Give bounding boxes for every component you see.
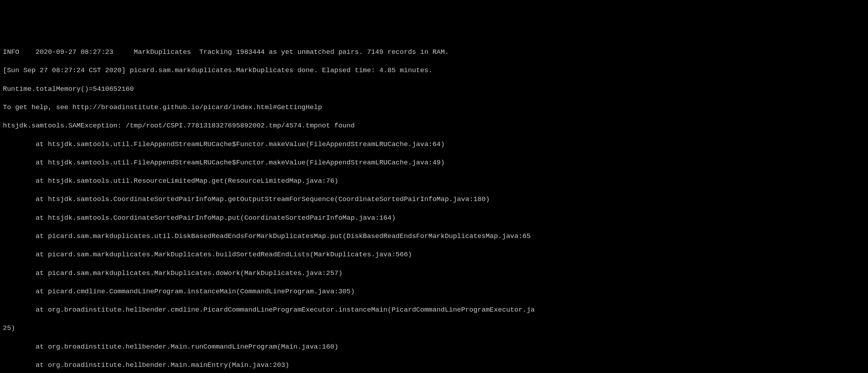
log-line-stack: at htsjdk.samtools.CoordinateSortedPairI… bbox=[3, 214, 865, 223]
log-line-stack: at org.broadinstitute.hellbender.Main.ma… bbox=[3, 361, 865, 370]
log-line-stack: at htsjdk.samtools.CoordinateSortedPairI… bbox=[3, 195, 865, 204]
log-line-stack-cont: 25) bbox=[3, 324, 865, 333]
log-line-help: To get help, see http://broadinstitute.g… bbox=[3, 103, 865, 112]
log-line-stack: at picard.cmdline.CommandLineProgram.ins… bbox=[3, 287, 865, 297]
log-line-memory: Runtime.totalMemory()=5410652160 bbox=[3, 85, 865, 94]
log-line-stack: at org.broadinstitute.hellbender.Main.ru… bbox=[3, 342, 865, 352]
log-line-info: INFO 2020-09-27 08:27:23 MarkDuplicates … bbox=[3, 48, 865, 57]
log-line-stack: at picard.sam.markduplicates.MarkDuplica… bbox=[3, 250, 865, 260]
log-line-stack: at htsjdk.samtools.util.FileAppendStream… bbox=[3, 140, 865, 149]
log-line-stack: at picard.sam.markduplicates.MarkDuplica… bbox=[3, 269, 865, 278]
log-line-stack: at picard.sam.markduplicates.util.DiskBa… bbox=[3, 232, 865, 241]
log-line-timestamp: [Sun Sep 27 08:27:24 CST 2020] picard.sa… bbox=[3, 66, 865, 75]
log-line-stack: at org.broadinstitute.hellbender.cmdline… bbox=[3, 306, 865, 315]
log-line-stack: at htsjdk.samtools.util.FileAppendStream… bbox=[3, 158, 865, 168]
log-line-exception: htsjdk.samtools.SAMException: /tmp/root/… bbox=[3, 121, 865, 131]
terminal-output: INFO 2020-09-27 08:27:23 MarkDuplicates … bbox=[3, 39, 865, 373]
log-line-stack: at htsjdk.samtools.util.ResourceLimitedM… bbox=[3, 177, 865, 186]
